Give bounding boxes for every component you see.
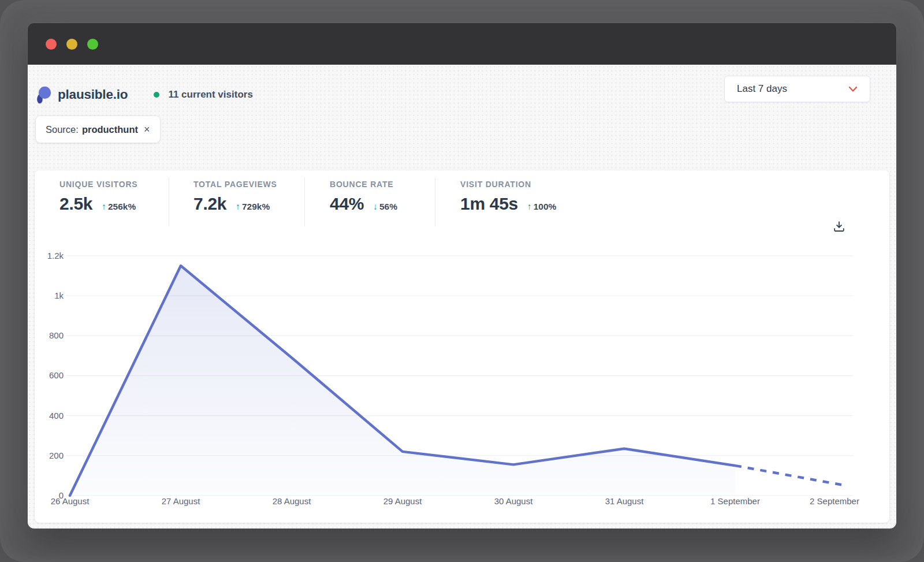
stat-delta-value: 729k% xyxy=(242,202,270,211)
svg-text:31 August: 31 August xyxy=(605,496,644,506)
current-visitors-label: 11 current visitors xyxy=(168,89,252,101)
filter-chip-label: Source: xyxy=(46,124,79,135)
stat-label: BOUNCE RATE xyxy=(330,180,435,189)
close-window-button[interactable] xyxy=(46,39,57,50)
stat-delta-value: 256k% xyxy=(108,202,136,211)
stat-label: UNIQUE VISITORS xyxy=(59,180,169,189)
arrow-down-icon: ↓ xyxy=(373,202,378,211)
stat-value: 2.5k xyxy=(59,194,92,214)
svg-text:600: 600 xyxy=(49,370,64,380)
close-icon[interactable]: × xyxy=(144,124,150,135)
svg-text:27 August: 27 August xyxy=(162,496,201,506)
svg-text:200: 200 xyxy=(49,451,64,460)
svg-text:1 September: 1 September xyxy=(710,496,760,506)
stat-value: 1m 45s xyxy=(460,194,518,214)
analytics-card: UNIQUE VISITORS 2.5k ↑256k% TOTAL PAGEVI… xyxy=(35,170,889,523)
chevron-down-icon xyxy=(848,86,858,92)
svg-text:400: 400 xyxy=(49,411,64,420)
visitors-chart[interactable]: 1.2k1k8006004002000 26 August27 August28… xyxy=(35,240,889,523)
stat-value: 44% xyxy=(330,194,364,214)
live-dot-icon xyxy=(154,92,159,98)
stat-delta: ↑256k% xyxy=(102,202,136,212)
stat-total-pageviews[interactable]: TOTAL PAGEVIEWS 7.2k ↑729k% xyxy=(169,177,305,226)
svg-text:29 August: 29 August xyxy=(383,496,423,506)
date-range-value: Last 7 days xyxy=(737,83,787,95)
site-name[interactable]: plausible.io xyxy=(58,87,128,102)
svg-text:28 August: 28 August xyxy=(273,496,312,506)
window-titlebar xyxy=(28,23,896,65)
stat-value: 7.2k xyxy=(193,194,226,214)
download-icon[interactable] xyxy=(833,221,845,232)
svg-text:800: 800 xyxy=(49,330,64,340)
stats-row: UNIQUE VISITORS 2.5k ↑256k% TOTAL PAGEVI… xyxy=(35,170,889,226)
stat-label: VISIT DURATION xyxy=(460,180,603,189)
stat-delta: ↑100% xyxy=(527,202,556,212)
stat-delta: ↑729k% xyxy=(236,202,270,212)
date-range-select[interactable]: Last 7 days xyxy=(724,76,870,102)
minimize-window-button[interactable] xyxy=(66,39,77,50)
stat-unique-visitors[interactable]: UNIQUE VISITORS 2.5k ↑256k% xyxy=(35,177,169,226)
maximize-window-button[interactable] xyxy=(87,39,98,50)
svg-text:1k: 1k xyxy=(54,291,64,300)
arrow-up-icon: ↑ xyxy=(236,202,240,211)
stat-delta-value: 56% xyxy=(379,202,397,211)
current-visitors-link[interactable]: 11 current visitors xyxy=(154,89,252,101)
svg-text:26 August: 26 August xyxy=(51,496,90,506)
brand-row: plausible.io 11 current visitors xyxy=(36,81,253,108)
arrow-up-icon: ↑ xyxy=(527,202,532,211)
svg-text:1.2k: 1.2k xyxy=(47,251,64,260)
stat-delta: ↓56% xyxy=(373,202,397,212)
filter-chip-source[interactable]: Source: producthunt × xyxy=(36,116,160,143)
chart-y-axis-labels: 1.2k1k8006004002000 xyxy=(47,251,64,500)
stat-label: TOTAL PAGEVIEWS xyxy=(193,180,304,189)
stat-bounce-rate[interactable]: BOUNCE RATE 44% ↓56% xyxy=(305,177,435,226)
svg-text:2 September: 2 September xyxy=(810,496,859,506)
filter-chip-value: producthunt xyxy=(82,124,138,135)
stat-delta-value: 100% xyxy=(534,202,557,211)
arrow-up-icon: ↑ xyxy=(102,202,106,211)
chart-x-axis-labels: 26 August27 August28 August29 August30 A… xyxy=(51,496,859,506)
svg-text:30 August: 30 August xyxy=(494,496,534,506)
page-background: plausible.io 11 current visitors Last 7 … xyxy=(0,0,924,562)
plausible-logo-icon xyxy=(36,86,51,104)
stat-visit-duration[interactable]: VISIT DURATION 1m 45s ↑100% xyxy=(435,177,603,226)
dashboard: plausible.io 11 current visitors Last 7 … xyxy=(28,65,896,528)
visitors-line-series xyxy=(70,266,846,496)
browser-window: plausible.io 11 current visitors Last 7 … xyxy=(28,23,896,528)
